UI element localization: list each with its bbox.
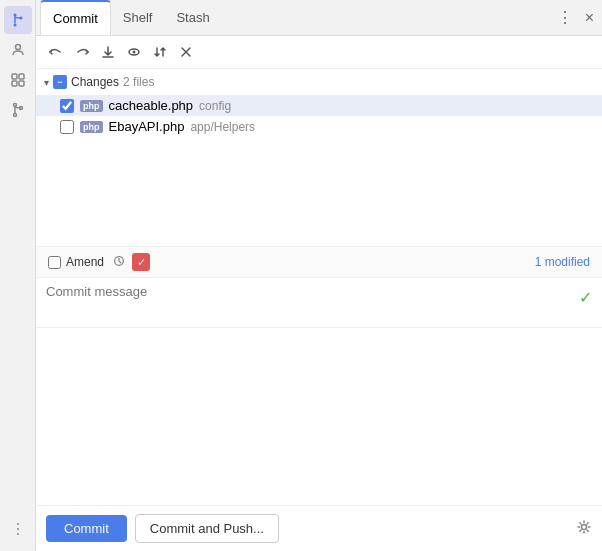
author-icon[interactable] bbox=[132, 253, 150, 271]
toolbar bbox=[36, 36, 602, 69]
svg-point-10 bbox=[13, 114, 16, 117]
amend-checkbox[interactable] bbox=[48, 256, 61, 269]
undo-button[interactable] bbox=[44, 40, 68, 64]
svg-point-9 bbox=[13, 104, 16, 107]
svg-point-1 bbox=[13, 24, 16, 27]
git-icon bbox=[10, 12, 26, 28]
svg-rect-8 bbox=[19, 81, 24, 86]
modified-badge[interactable]: 1 modified bbox=[535, 255, 590, 269]
undo-icon bbox=[48, 44, 64, 60]
changes-area: ▾ − Changes 2 files php cacheable.php co… bbox=[36, 69, 602, 246]
x-icon bbox=[178, 44, 194, 60]
svg-rect-5 bbox=[12, 74, 17, 79]
svg-point-22 bbox=[582, 524, 587, 529]
changes-header: ▾ − Changes 2 files bbox=[36, 69, 602, 95]
tab-bar: Commit Shelf Stash ⋮ × bbox=[36, 0, 602, 36]
file-checkbox-ebayapi[interactable] bbox=[60, 120, 74, 134]
tab-stash[interactable]: Stash bbox=[164, 0, 221, 35]
file-name-ebayapi: EbayAPI.php bbox=[109, 119, 185, 134]
bottom-bar: Amend 1 modified bbox=[36, 246, 602, 278]
commit-ok-icon: ✓ bbox=[579, 288, 592, 307]
sidebar-icon-branches[interactable] bbox=[4, 96, 32, 124]
settings-icon[interactable] bbox=[576, 519, 592, 539]
branches-icon bbox=[10, 102, 26, 118]
amend-section: Amend bbox=[48, 255, 104, 269]
commit-message-input[interactable] bbox=[46, 284, 573, 314]
tab-more-icon[interactable]: ⋮ bbox=[553, 6, 577, 29]
svg-point-0 bbox=[13, 14, 16, 17]
tab-close-icon[interactable]: × bbox=[581, 7, 598, 29]
history-icon[interactable] bbox=[112, 254, 126, 271]
amend-label: Amend bbox=[66, 255, 104, 269]
changes-label: Changes bbox=[71, 75, 119, 89]
svg-point-14 bbox=[17, 528, 19, 530]
file-name-cacheable: cacheable.php bbox=[109, 98, 194, 113]
svg-point-4 bbox=[15, 45, 20, 50]
file-path-ebayapi: app/Helpers bbox=[190, 120, 255, 134]
eye-button[interactable] bbox=[122, 40, 146, 64]
eye-icon bbox=[126, 44, 142, 60]
more-icon bbox=[10, 521, 26, 537]
commit-push-button[interactable]: Commit and Push... bbox=[135, 514, 279, 543]
sidebar-icon-user[interactable] bbox=[4, 36, 32, 64]
changes-count: 2 files bbox=[123, 75, 154, 89]
sidebar-icon-more[interactable] bbox=[4, 515, 32, 543]
download-button[interactable] bbox=[96, 40, 120, 64]
svg-point-15 bbox=[17, 533, 19, 535]
sidebar-icon-git[interactable] bbox=[4, 6, 32, 34]
commit-button[interactable]: Commit bbox=[46, 515, 127, 542]
user-icon bbox=[10, 42, 26, 58]
tab-commit[interactable]: Commit bbox=[40, 0, 111, 35]
sidebar bbox=[0, 0, 36, 551]
commit-message-area[interactable]: ✓ bbox=[36, 278, 602, 328]
sort-button[interactable] bbox=[148, 40, 172, 64]
file-type-badge-cacheable: php bbox=[80, 100, 103, 112]
tab-shelf[interactable]: Shelf bbox=[111, 0, 165, 35]
svg-rect-6 bbox=[19, 74, 24, 79]
tab-bar-actions: ⋮ × bbox=[553, 6, 598, 29]
sort-icon bbox=[152, 44, 168, 60]
file-checkbox-cacheable[interactable] bbox=[60, 99, 74, 113]
download-icon bbox=[100, 44, 116, 60]
changes-chevron-icon[interactable]: ▾ bbox=[44, 77, 49, 88]
svg-point-18 bbox=[133, 51, 136, 54]
file-path-cacheable: config bbox=[199, 99, 231, 113]
modules-icon bbox=[10, 72, 26, 88]
redo-icon bbox=[74, 44, 90, 60]
svg-point-13 bbox=[17, 523, 19, 525]
file-row-ebayapi[interactable]: php EbayAPI.php app/Helpers bbox=[36, 116, 602, 137]
footer: Commit Commit and Push... bbox=[36, 505, 602, 551]
file-row-cacheable[interactable]: php cacheable.php config bbox=[36, 95, 602, 116]
blank-area bbox=[36, 328, 602, 505]
sidebar-icon-modules[interactable] bbox=[4, 66, 32, 94]
changes-folder-icon: − bbox=[53, 75, 67, 89]
svg-rect-7 bbox=[12, 81, 17, 86]
redo-button[interactable] bbox=[70, 40, 94, 64]
close-toolbar-button[interactable] bbox=[174, 40, 198, 64]
file-type-badge-ebayapi: php bbox=[80, 121, 103, 133]
main-panel: Commit Shelf Stash ⋮ × bbox=[36, 0, 602, 551]
